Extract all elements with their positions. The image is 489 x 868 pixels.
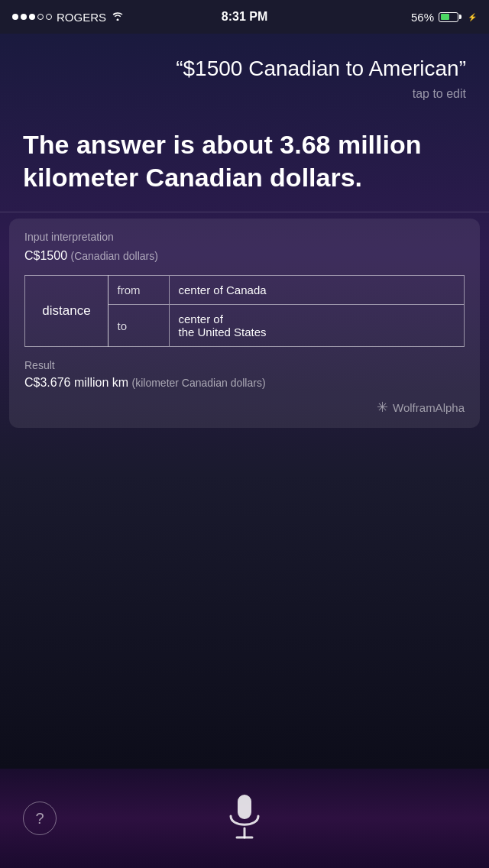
section-divider xyxy=(0,212,489,212)
wolfram-asterisk-icon: ✳ xyxy=(377,399,388,416)
input-amount: C$1500 xyxy=(24,249,67,262)
card-section: Input interpretation C$1500 (Canadian do… xyxy=(9,219,480,428)
signal-dot-2 xyxy=(21,14,27,20)
signal-dot-5 xyxy=(46,14,52,20)
status-time: 8:31 PM xyxy=(222,10,267,24)
help-icon: ? xyxy=(35,810,44,828)
status-bar: ROGERS 8:31 PM 56% ⚡ xyxy=(0,0,489,34)
to-value: center ofthe United States xyxy=(170,305,465,346)
microphone-button[interactable] xyxy=(220,788,269,849)
signal-strength xyxy=(12,14,52,20)
answer-section: The answer is about 3.68 million kilomet… xyxy=(0,113,489,212)
main-content: “$1500 Canadian to American” tap to edit… xyxy=(0,34,489,769)
carrier-label: ROGERS xyxy=(57,11,106,24)
tap-to-edit-hint[interactable]: tap to edit xyxy=(23,87,466,101)
input-currency-label: (Canadian dollars) xyxy=(71,250,158,262)
signal-dot-1 xyxy=(12,14,18,20)
input-value: C$1500 (Canadian dollars) xyxy=(24,249,465,263)
table-right: from center of Canada to center ofthe Un… xyxy=(108,275,465,347)
signal-dot-4 xyxy=(37,14,44,20)
query-section[interactable]: “$1500 Canadian to American” tap to edit xyxy=(0,34,489,113)
wolfram-branding: ✳ WolframAlpha xyxy=(24,399,465,416)
result-value: C$3.676 million km (kilometer Canadian d… xyxy=(24,376,465,390)
signal-dot-3 xyxy=(29,14,35,20)
charging-icon: ⚡ xyxy=(468,13,477,21)
distance-table: distance from center of Canada to center… xyxy=(24,275,465,347)
input-interpretation-label: Input interpretation xyxy=(24,231,465,243)
svg-rect-0 xyxy=(238,795,251,819)
help-button[interactable]: ? xyxy=(23,802,57,835)
wolfram-brand-name: WolframAlpha xyxy=(393,401,465,414)
status-left: ROGERS xyxy=(12,11,125,24)
distance-label-box: distance xyxy=(24,275,108,347)
battery-icon xyxy=(439,12,461,22)
result-unit-parens: (kilometer Canadian dollars) xyxy=(132,377,266,389)
bottom-toolbar: ? xyxy=(0,769,489,868)
table-row-from: from center of Canada xyxy=(108,276,465,304)
result-amount: C$3.676 million km xyxy=(24,376,128,389)
table-row-to: to center ofthe United States xyxy=(108,304,465,346)
to-label: to xyxy=(108,305,170,346)
result-label: Result xyxy=(24,359,465,371)
wifi-icon xyxy=(111,11,125,23)
answer-text: The answer is about 3.68 million kilomet… xyxy=(23,128,466,193)
status-right: 56% ⚡ xyxy=(411,11,477,24)
query-text[interactable]: “$1500 Canadian to American” xyxy=(23,55,466,83)
battery-percentage: 56% xyxy=(411,11,434,24)
microphone-icon xyxy=(227,793,262,844)
from-value: center of Canada xyxy=(170,276,465,304)
from-label: from xyxy=(108,276,170,304)
